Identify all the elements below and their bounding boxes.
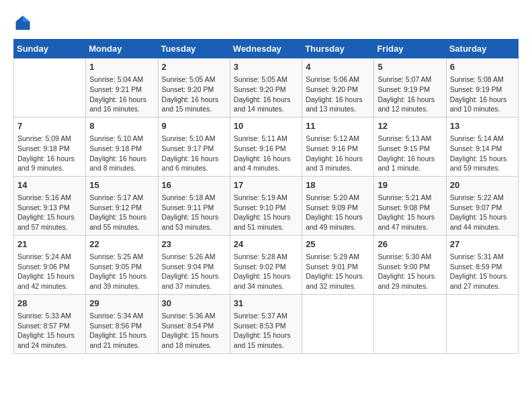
calendar-week-5: 28Sunrise: 5:33 AM Sunset: 8:57 PM Dayli… <box>14 294 519 353</box>
day-info: Sunrise: 5:06 AM Sunset: 9:20 PM Dayligh… <box>306 75 370 114</box>
day-number: 10 <box>234 120 298 132</box>
weekday-header-thursday: Thursday <box>302 40 374 58</box>
weekday-header-wednesday: Wednesday <box>230 40 302 58</box>
calendar-cell <box>14 58 86 118</box>
svg-marker-2 <box>16 16 24 22</box>
day-info: Sunrise: 5:18 AM Sunset: 9:11 PM Dayligh… <box>162 193 226 232</box>
page-header <box>13 13 519 32</box>
day-info: Sunrise: 5:21 AM Sunset: 9:08 PM Dayligh… <box>378 193 442 232</box>
day-info: Sunrise: 5:28 AM Sunset: 9:02 PM Dayligh… <box>234 252 298 291</box>
calendar-cell: 30Sunrise: 5:36 AM Sunset: 8:54 PM Dayli… <box>158 294 230 353</box>
logo <box>13 13 35 32</box>
weekday-header-saturday: Saturday <box>446 40 518 58</box>
svg-marker-1 <box>23 16 30 22</box>
calendar-cell: 14Sunrise: 5:16 AM Sunset: 9:13 PM Dayli… <box>14 176 86 235</box>
calendar-table: SundayMondayTuesdayWednesdayThursdayFrid… <box>13 39 519 354</box>
day-number: 27 <box>450 238 515 250</box>
day-info: Sunrise: 5:24 AM Sunset: 9:06 PM Dayligh… <box>17 252 82 291</box>
day-number: 29 <box>89 298 154 310</box>
weekday-header-friday: Friday <box>374 40 446 58</box>
calendar-cell: 31Sunrise: 5:37 AM Sunset: 8:53 PM Dayli… <box>230 294 302 353</box>
day-info: Sunrise: 5:36 AM Sunset: 8:54 PM Dayligh… <box>162 311 226 351</box>
day-info: Sunrise: 5:07 AM Sunset: 9:19 PM Dayligh… <box>378 75 442 114</box>
day-number: 21 <box>17 238 82 250</box>
calendar-cell: 18Sunrise: 5:20 AM Sunset: 9:09 PM Dayli… <box>302 176 374 235</box>
calendar-cell: 4Sunrise: 5:06 AM Sunset: 9:20 PM Daylig… <box>302 58 374 118</box>
day-info: Sunrise: 5:10 AM Sunset: 9:17 PM Dayligh… <box>162 134 226 173</box>
calendar-cell <box>302 294 374 353</box>
day-number: 30 <box>162 298 226 310</box>
calendar-cell: 11Sunrise: 5:12 AM Sunset: 9:16 PM Dayli… <box>302 117 374 176</box>
day-info: Sunrise: 5:37 AM Sunset: 8:53 PM Dayligh… <box>234 311 298 351</box>
calendar-cell: 9Sunrise: 5:10 AM Sunset: 9:17 PM Daylig… <box>158 117 230 176</box>
calendar-cell: 20Sunrise: 5:22 AM Sunset: 9:07 PM Dayli… <box>446 176 518 235</box>
calendar-cell: 25Sunrise: 5:29 AM Sunset: 9:01 PM Dayli… <box>302 235 374 294</box>
day-number: 8 <box>89 120 154 132</box>
weekday-header-sunday: Sunday <box>14 40 86 58</box>
calendar-header: SundayMondayTuesdayWednesdayThursdayFrid… <box>14 40 519 58</box>
calendar-cell: 5Sunrise: 5:07 AM Sunset: 9:19 PM Daylig… <box>374 58 446 118</box>
calendar-cell: 27Sunrise: 5:31 AM Sunset: 8:59 PM Dayli… <box>446 235 518 294</box>
day-number: 16 <box>162 179 226 191</box>
calendar-cell: 17Sunrise: 5:19 AM Sunset: 9:10 PM Dayli… <box>230 176 302 235</box>
calendar-cell: 3Sunrise: 5:05 AM Sunset: 9:20 PM Daylig… <box>230 58 302 118</box>
calendar-cell: 6Sunrise: 5:08 AM Sunset: 9:19 PM Daylig… <box>446 58 518 118</box>
calendar-cell: 2Sunrise: 5:05 AM Sunset: 9:20 PM Daylig… <box>158 58 230 118</box>
day-info: Sunrise: 5:05 AM Sunset: 9:20 PM Dayligh… <box>162 75 226 114</box>
day-info: Sunrise: 5:30 AM Sunset: 9:00 PM Dayligh… <box>378 252 442 291</box>
day-number: 6 <box>450 61 515 73</box>
day-info: Sunrise: 5:25 AM Sunset: 9:05 PM Dayligh… <box>89 252 154 291</box>
day-number: 15 <box>89 179 154 191</box>
day-number: 4 <box>306 61 370 73</box>
day-number: 2 <box>162 61 226 73</box>
calendar-body: 1Sunrise: 5:04 AM Sunset: 9:21 PM Daylig… <box>14 58 519 354</box>
calendar-cell: 10Sunrise: 5:11 AM Sunset: 9:16 PM Dayli… <box>230 117 302 176</box>
calendar-week-3: 14Sunrise: 5:16 AM Sunset: 9:13 PM Dayli… <box>14 176 519 235</box>
calendar-cell: 22Sunrise: 5:25 AM Sunset: 9:05 PM Dayli… <box>86 235 158 294</box>
day-number: 26 <box>378 238 442 250</box>
calendar-cell: 16Sunrise: 5:18 AM Sunset: 9:11 PM Dayli… <box>158 176 230 235</box>
calendar-cell: 1Sunrise: 5:04 AM Sunset: 9:21 PM Daylig… <box>86 58 158 118</box>
calendar-cell: 28Sunrise: 5:33 AM Sunset: 8:57 PM Dayli… <box>14 294 86 353</box>
day-info: Sunrise: 5:14 AM Sunset: 9:14 PM Dayligh… <box>450 134 515 173</box>
day-info: Sunrise: 5:20 AM Sunset: 9:09 PM Dayligh… <box>306 193 370 232</box>
day-info: Sunrise: 5:22 AM Sunset: 9:07 PM Dayligh… <box>450 193 515 232</box>
calendar-cell <box>374 294 446 353</box>
day-number: 23 <box>162 238 226 250</box>
day-number: 17 <box>234 179 298 191</box>
calendar-cell: 13Sunrise: 5:14 AM Sunset: 9:14 PM Dayli… <box>446 117 518 176</box>
day-info: Sunrise: 5:29 AM Sunset: 9:01 PM Dayligh… <box>306 252 370 291</box>
day-info: Sunrise: 5:09 AM Sunset: 9:18 PM Dayligh… <box>17 134 82 173</box>
day-number: 25 <box>306 238 370 250</box>
day-number: 5 <box>378 61 442 73</box>
day-number: 9 <box>162 120 226 132</box>
day-info: Sunrise: 5:10 AM Sunset: 9:18 PM Dayligh… <box>89 134 154 173</box>
day-info: Sunrise: 5:17 AM Sunset: 9:12 PM Dayligh… <box>89 193 154 232</box>
calendar-week-1: 1Sunrise: 5:04 AM Sunset: 9:21 PM Daylig… <box>14 58 519 118</box>
weekday-header-tuesday: Tuesday <box>158 40 230 58</box>
calendar-cell: 12Sunrise: 5:13 AM Sunset: 9:15 PM Dayli… <box>374 117 446 176</box>
day-info: Sunrise: 5:05 AM Sunset: 9:20 PM Dayligh… <box>234 75 298 114</box>
day-number: 7 <box>17 120 82 132</box>
day-info: Sunrise: 5:12 AM Sunset: 9:16 PM Dayligh… <box>306 134 370 173</box>
calendar-cell: 15Sunrise: 5:17 AM Sunset: 9:12 PM Dayli… <box>86 176 158 235</box>
day-info: Sunrise: 5:08 AM Sunset: 9:19 PM Dayligh… <box>450 75 515 114</box>
calendar-cell: 26Sunrise: 5:30 AM Sunset: 9:00 PM Dayli… <box>374 235 446 294</box>
day-info: Sunrise: 5:34 AM Sunset: 8:56 PM Dayligh… <box>89 311 154 351</box>
day-number: 24 <box>234 238 298 250</box>
calendar-week-2: 7Sunrise: 5:09 AM Sunset: 9:18 PM Daylig… <box>14 117 519 176</box>
day-number: 13 <box>450 120 515 132</box>
day-info: Sunrise: 5:11 AM Sunset: 9:16 PM Dayligh… <box>234 134 298 173</box>
day-info: Sunrise: 5:16 AM Sunset: 9:13 PM Dayligh… <box>17 193 82 232</box>
day-number: 19 <box>378 179 442 191</box>
day-number: 11 <box>306 120 370 132</box>
day-info: Sunrise: 5:19 AM Sunset: 9:10 PM Dayligh… <box>234 193 298 232</box>
calendar-cell: 8Sunrise: 5:10 AM Sunset: 9:18 PM Daylig… <box>86 117 158 176</box>
day-info: Sunrise: 5:04 AM Sunset: 9:21 PM Dayligh… <box>89 75 154 114</box>
day-number: 22 <box>89 238 154 250</box>
calendar-cell: 7Sunrise: 5:09 AM Sunset: 9:18 PM Daylig… <box>14 117 86 176</box>
day-number: 3 <box>234 61 298 73</box>
day-number: 18 <box>306 179 370 191</box>
calendar-cell: 21Sunrise: 5:24 AM Sunset: 9:06 PM Dayli… <box>14 235 86 294</box>
day-number: 28 <box>17 298 82 310</box>
